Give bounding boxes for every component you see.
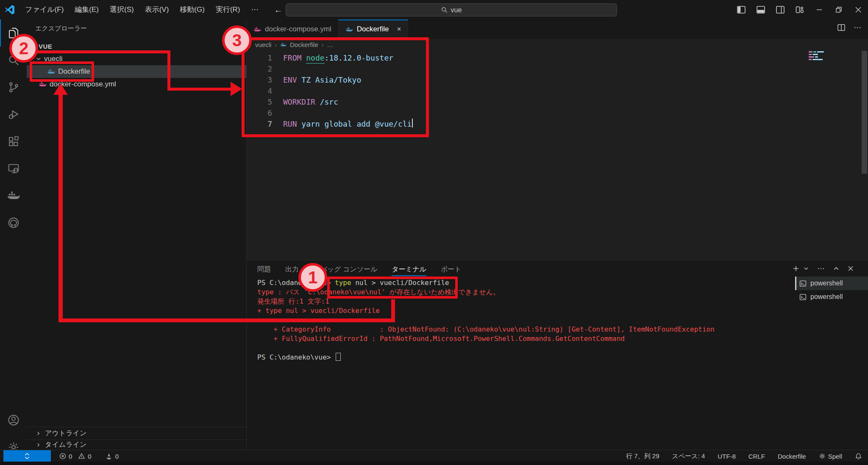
remote-indicator[interactable] — [3, 450, 51, 462]
menu-go[interactable]: 移動(G) — [174, 3, 210, 17]
minimize-icon[interactable] — [810, 0, 829, 19]
panel-tab-ports[interactable]: ポート — [441, 260, 462, 278]
toggle-panel-icon[interactable] — [751, 0, 771, 19]
problems-status[interactable]: 0 0 0 — [59, 450, 119, 462]
chevron-down-icon — [36, 56, 41, 61]
close-window-icon[interactable] — [849, 0, 868, 19]
terminal-command-line: PS C:\odaneko\vue> type nul > vuecli/Doc… — [257, 278, 715, 288]
tab-dockerfile[interactable]: Dockerfile × — [339, 19, 409, 39]
menu-more[interactable]: ⋯ — [245, 3, 264, 17]
maximize-panel-icon[interactable] — [833, 266, 839, 271]
editor-cursor — [412, 119, 413, 127]
remote-explorer-icon[interactable] — [0, 155, 27, 182]
extensions-icon[interactable] — [0, 128, 27, 155]
bottom-panel: 問題 出力 デバッグ コンソール ターミナル ポート ⋯ PS C:\odane… — [247, 260, 868, 450]
minimap[interactable] — [809, 51, 824, 61]
code-line-2: 2 — [247, 64, 413, 75]
code-line-4: 4 — [247, 86, 413, 97]
terminal-prompt-line: PS C:\odaneko\vue> — [257, 353, 715, 362]
tab-docker-compose[interactable]: docker-compose.yml — [247, 19, 339, 39]
split-editor-icon[interactable] — [837, 23, 846, 32]
toggle-sidebar-icon[interactable] — [732, 0, 751, 19]
panel-actions: ⋯ — [793, 264, 854, 273]
source-control-icon[interactable] — [0, 74, 27, 101]
tab-label: docker-compose.yml — [265, 25, 331, 33]
close-tab-icon[interactable]: × — [397, 25, 401, 33]
breadcrumb-symbol[interactable]: … — [327, 41, 333, 48]
panel-tab-debug-console[interactable]: デバッグ コンソール — [313, 260, 377, 278]
terminal-error-line: type : パス 'C:\odaneko\vue\nul' が存在しないため検… — [257, 288, 715, 297]
panel-more-icon[interactable]: ⋯ — [817, 264, 825, 273]
terminal-cursor — [336, 353, 341, 361]
terminal-list-item[interactable]: powershell — [795, 290, 868, 304]
status-bar: 0 0 0 行 7、列 29 スペース: 4 UTF-8 CRLF Docker… — [0, 450, 868, 462]
github-icon[interactable] — [0, 209, 27, 236]
timeline-label: タイムライン — [45, 440, 86, 449]
workspace-name: VUE — [39, 43, 52, 50]
menu-selection[interactable]: 選択(S) — [104, 3, 139, 17]
folder-row-vuecli[interactable]: vuecli — [27, 53, 256, 65]
breadcrumb-file[interactable]: Dockerfile — [290, 41, 318, 48]
terminal-icon — [799, 293, 807, 301]
terminal-error-line: + type nul > vuecli/Dockerfile — [257, 306, 715, 316]
docker-icon[interactable] — [0, 182, 27, 209]
run-debug-icon[interactable] — [0, 101, 27, 128]
menu-run[interactable]: 実行(R) — [210, 3, 246, 17]
account-icon[interactable] — [0, 407, 27, 434]
command-center-search[interactable]: vue — [286, 3, 617, 17]
cursor-position[interactable]: 行 7、列 29 — [626, 452, 659, 460]
ports-icon — [105, 453, 113, 459]
menu-file[interactable]: ファイル(F) — [19, 3, 69, 17]
panel-tab-problems[interactable]: 問題 — [257, 260, 271, 278]
toggle-secondary-sidebar-icon[interactable] — [771, 0, 790, 19]
panel-tab-terminal[interactable]: ターミナル — [392, 260, 426, 278]
new-terminal-icon[interactable] — [793, 265, 799, 272]
panel-tab-output[interactable]: 出力 — [285, 260, 299, 278]
file-row-dockerfile[interactable]: Dockerfile — [27, 65, 267, 78]
outline-section[interactable]: アウトライン — [27, 427, 246, 440]
menu-view[interactable]: 表示(V) — [139, 3, 175, 17]
chevron-right-icon — [36, 443, 41, 447]
docker-whale-icon — [47, 69, 55, 75]
docker-whale-icon — [280, 42, 287, 47]
editor-tab-bar: docker-compose.yml Dockerfile × — [247, 19, 868, 39]
spell-checker[interactable]: Spell — [819, 453, 842, 460]
terminal-output[interactable]: PS C:\odaneko\vue> type nul > vuecli/Doc… — [257, 278, 715, 362]
terminal-error-line: 発生場所 行:1 文字:1 — [257, 297, 715, 306]
spell-gear-icon — [819, 453, 826, 459]
code-editor[interactable]: 1FROM node:18.12.0-buster 2 3ENV TZ Asia… — [247, 50, 868, 260]
vscode-logo — [0, 5, 19, 15]
docker-whale-icon — [39, 81, 47, 87]
code-line-3: 3ENV TZ Asia/Tokyo — [247, 75, 413, 86]
title-bar: ファイル(F) 編集(E) 選択(S) 表示(V) 移動(G) 実行(R) ⋯ … — [0, 0, 868, 20]
docker-whale-icon — [345, 27, 353, 32]
file-row-docker-compose[interactable]: docker-compose.yml — [27, 78, 258, 91]
nav-back-icon[interactable]: ← — [270, 5, 287, 15]
code-content: 1FROM node:18.12.0-buster 2 3ENV TZ Asia… — [247, 53, 413, 130]
terminal-error-line: + FullyQualifiedErrorId : PathNotFound,M… — [257, 334, 715, 343]
terminal-blank-line — [257, 343, 715, 353]
terminal-dropdown-icon[interactable] — [804, 266, 809, 271]
workspace-section-header[interactable]: VUE — [27, 40, 250, 53]
chevron-right-icon: › — [275, 42, 277, 48]
customize-layout-icon[interactable] — [790, 0, 810, 19]
indentation[interactable]: スペース: 4 — [672, 452, 705, 460]
terminal-icon — [799, 280, 807, 287]
file-name: docker-compose.yml — [50, 80, 116, 89]
explorer-icon[interactable] — [0, 19, 27, 47]
search-value: vue — [451, 6, 462, 14]
restore-icon[interactable] — [829, 0, 849, 19]
eol-sequence[interactable]: CRLF — [748, 453, 765, 460]
menu-edit[interactable]: 編集(E) — [69, 3, 104, 17]
timeline-section[interactable]: タイムライン — [27, 440, 246, 450]
close-panel-icon[interactable] — [848, 266, 854, 271]
editor-scrollbar[interactable] — [862, 51, 867, 174]
notifications-bell-icon[interactable] — [855, 453, 862, 460]
breadcrumb-folder[interactable]: vuecli — [255, 41, 271, 48]
errors-icon — [59, 453, 66, 459]
terminal-list-item[interactable]: powershell — [795, 277, 868, 290]
more-actions-icon[interactable]: ⋯ — [854, 23, 862, 32]
language-mode[interactable]: Dockerfile — [778, 453, 806, 460]
search-view-icon[interactable] — [0, 47, 27, 74]
encoding[interactable]: UTF-8 — [718, 453, 736, 460]
